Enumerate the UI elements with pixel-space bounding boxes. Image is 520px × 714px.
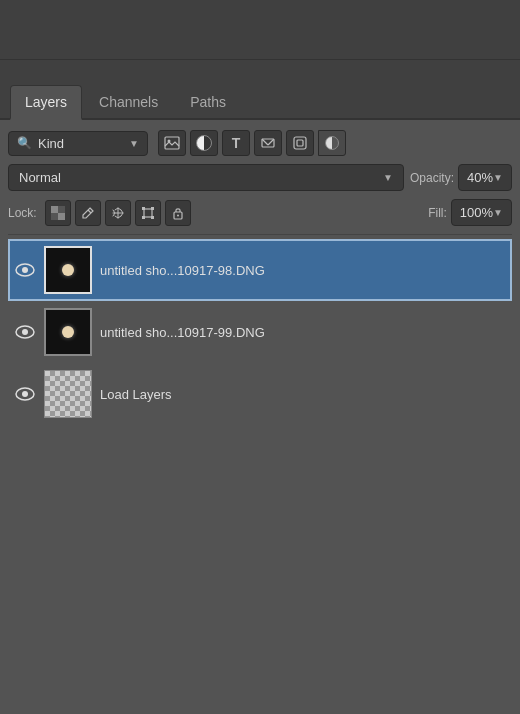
opacity-input[interactable]: 40% ▼ [458,164,512,191]
fill-group: Fill: 100% ▼ [428,199,512,226]
svg-line-11 [88,210,91,213]
search-icon: 🔍 [17,136,32,150]
opacity-label: Opacity: [410,171,454,185]
svg-point-22 [22,329,28,335]
kind-dropdown[interactable]: 🔍 Kind ▼ [8,131,148,156]
filter-adjustment-icon[interactable] [190,130,218,156]
halftone-icon [325,136,339,150]
divider [8,234,512,235]
tab-channels[interactable]: Channels [84,85,173,118]
half-circle-icon [196,135,212,151]
layers-list: untitled sho...10917-98.DNG untitled sho… [8,239,512,425]
layers-panel: 🔍 Kind ▼ T [0,120,520,425]
svg-rect-0 [165,137,179,149]
svg-rect-9 [58,206,65,213]
fill-label: Fill: [428,206,447,220]
layer-name: untitled sho...10917-98.DNG [100,263,506,278]
filter-shape-icon[interactable] [254,130,282,156]
layer-item[interactable]: Load Layers [8,363,512,425]
layer-thumbnail [44,246,92,294]
svg-rect-15 [142,216,145,219]
kind-label: Kind [38,136,64,151]
svg-rect-13 [142,207,145,210]
layer-thumbnail [44,370,92,418]
svg-rect-14 [151,207,154,210]
svg-rect-12 [144,209,152,217]
filter-icons: T [158,130,346,156]
layer-item[interactable]: untitled sho...10917-99.DNG [8,301,512,363]
svg-rect-7 [51,206,58,213]
svg-line-3 [262,139,268,145]
svg-point-18 [177,214,179,216]
lock-all-icon[interactable] [165,200,191,226]
lock-artboard-icon[interactable] [135,200,161,226]
lock-paint-icon[interactable] [75,200,101,226]
thumb-dot [62,326,74,338]
layer-item[interactable]: untitled sho...10917-98.DNG [8,239,512,301]
svg-line-4 [268,139,274,145]
layer-name: Load Layers [100,387,506,402]
lock-position-icon[interactable] [105,200,131,226]
opacity-value-text: 40% [467,170,493,185]
fill-value-text: 100% [460,205,493,220]
filter-smart-icon[interactable] [286,130,314,156]
blend-mode-label: Normal [19,170,61,185]
tab-layers[interactable]: Layers [10,85,82,120]
top-bar [0,0,520,60]
filter-extra-icon[interactable] [318,130,346,156]
kind-arrow-icon: ▼ [129,138,139,149]
opacity-group: Opacity: 40% ▼ [410,164,512,191]
svg-rect-8 [58,213,65,220]
svg-rect-10 [51,213,58,220]
blend-mode-dropdown[interactable]: Normal ▼ [8,164,404,191]
opacity-arrow-icon: ▼ [493,172,503,183]
fill-arrow-icon: ▼ [493,207,503,218]
svg-rect-6 [297,140,303,146]
kind-row: 🔍 Kind ▼ T [8,130,512,156]
thumb-dot [62,264,74,276]
layer-visibility-toggle[interactable] [14,321,36,343]
blend-row: Normal ▼ Opacity: 40% ▼ [8,164,512,191]
tab-paths[interactable]: Paths [175,85,241,118]
filter-type-icon[interactable]: T [222,130,250,156]
fill-input[interactable]: 100% ▼ [451,199,512,226]
lock-row: Lock: [8,199,512,226]
lock-transparency-icon[interactable] [45,200,71,226]
type-letter: T [232,135,241,151]
svg-point-24 [22,391,28,397]
blend-mode-arrow-icon: ▼ [383,172,393,183]
lock-label: Lock: [8,206,37,220]
layer-name: untitled sho...10917-99.DNG [100,325,506,340]
layer-visibility-toggle[interactable] [14,383,36,405]
layer-visibility-toggle[interactable] [14,259,36,281]
svg-rect-16 [151,216,154,219]
lock-icons-group [45,200,191,226]
layer-thumbnail [44,308,92,356]
filter-pixel-icon[interactable] [158,130,186,156]
svg-rect-5 [294,137,306,149]
tab-bar: Layers Channels Paths [0,60,520,120]
svg-point-20 [22,267,28,273]
